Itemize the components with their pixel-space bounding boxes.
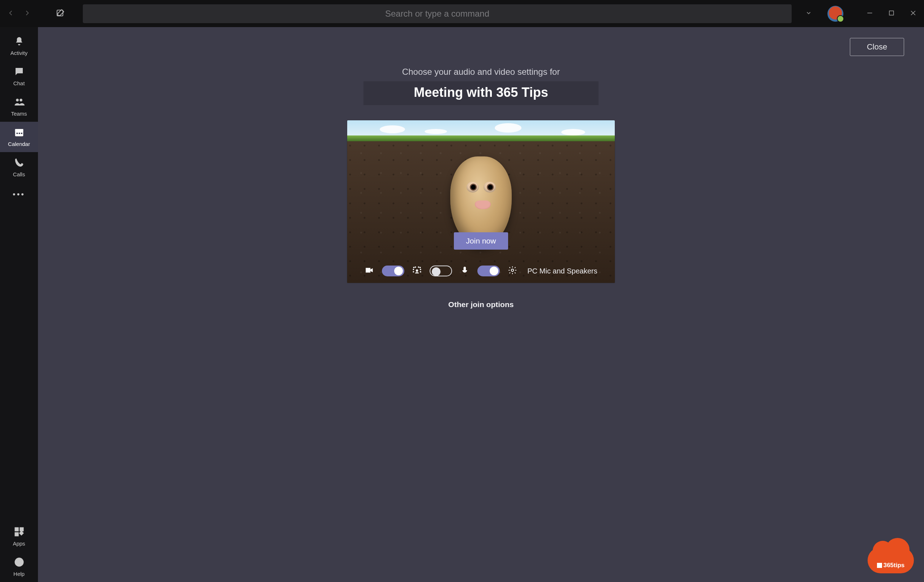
rail-label: Calls <box>13 171 25 178</box>
svg-rect-10 <box>18 133 20 134</box>
apps-icon <box>14 526 25 538</box>
blur-toggle[interactable] <box>430 266 452 276</box>
potato-eye-right <box>483 182 496 192</box>
nav-arrows <box>7 9 31 18</box>
prejoin-subtitle: Choose your audio and video settings for <box>402 67 560 77</box>
rail-label: Chat <box>13 80 25 86</box>
calendar-icon <box>14 127 25 139</box>
search-input[interactable]: Search or type a command <box>83 4 792 23</box>
device-label[interactable]: PC Mic and Speakers <box>527 267 597 275</box>
rail-teams[interactable]: Teams <box>0 91 38 122</box>
svg-point-25 <box>420 271 421 272</box>
rail-label: Teams <box>11 110 27 117</box>
teams-icon <box>14 97 25 109</box>
potato-mouth <box>475 201 491 209</box>
potato-eye-left <box>467 182 479 192</box>
svg-point-6 <box>20 99 22 102</box>
close-window-button[interactable] <box>909 9 917 18</box>
video-preview: Join now <box>347 120 615 283</box>
phone-icon <box>14 157 25 169</box>
svg-rect-13 <box>20 528 23 531</box>
prejoin-panel: Close Choose your audio and video settin… <box>38 27 924 582</box>
svg-point-17 <box>416 270 418 272</box>
svg-point-19 <box>415 266 416 267</box>
window-controls <box>866 9 917 18</box>
svg-rect-2 <box>889 11 894 15</box>
rail-label: Calendar <box>8 141 30 147</box>
meeting-title: Meeting with 365 Tips <box>363 81 599 105</box>
bell-icon <box>14 36 25 48</box>
other-join-options: Other join options <box>449 300 514 309</box>
titlebar: Search or type a command <box>0 0 924 27</box>
app-rail: Activity Chat Teams Calendar Calls ••• A… <box>0 27 38 582</box>
svg-point-16 <box>18 564 20 565</box>
rail-calls[interactable]: Calls <box>0 152 38 182</box>
watermark: 365tips <box>868 547 914 573</box>
watermark-text: 365tips <box>868 562 914 569</box>
background-blur-icon <box>412 266 422 276</box>
close-button[interactable]: Close <box>850 38 904 56</box>
camera-toggle[interactable] <box>382 266 404 276</box>
mic-toggle[interactable] <box>477 266 500 276</box>
back-button[interactable] <box>7 9 15 18</box>
profile-avatar[interactable] <box>827 6 843 22</box>
svg-rect-12 <box>15 528 18 531</box>
svg-point-18 <box>414 267 414 268</box>
svg-point-23 <box>420 269 421 270</box>
help-icon <box>14 557 25 569</box>
svg-point-5 <box>16 99 19 102</box>
microphone-icon <box>460 266 469 276</box>
device-settings-button[interactable] <box>508 266 517 276</box>
svg-point-27 <box>512 269 514 272</box>
prejoin-controls: PC Mic and Speakers <box>347 266 615 276</box>
search-dropdown[interactable] <box>805 10 812 18</box>
rail-more[interactable]: ••• <box>13 182 25 206</box>
rail-activity[interactable]: Activity <box>0 31 38 61</box>
svg-point-24 <box>413 271 414 272</box>
rail-chat[interactable]: Chat <box>0 61 38 91</box>
rail-calendar[interactable]: Calendar <box>0 122 38 152</box>
svg-point-20 <box>418 266 419 267</box>
chat-icon <box>14 66 25 78</box>
svg-rect-14 <box>15 533 18 536</box>
forward-button[interactable] <box>23 9 31 18</box>
rail-label: Help <box>13 571 25 577</box>
svg-rect-9 <box>16 133 18 134</box>
svg-point-21 <box>420 267 421 268</box>
svg-point-22 <box>413 269 414 270</box>
rail-label: Activity <box>10 50 28 56</box>
rail-help[interactable]: Help <box>0 552 38 582</box>
compose-button[interactable] <box>55 8 66 20</box>
rail-label: Apps <box>13 541 25 547</box>
join-now-button[interactable]: Join now <box>454 232 508 250</box>
minimize-button[interactable] <box>866 9 873 18</box>
rail-apps[interactable]: Apps <box>0 521 38 552</box>
maximize-button[interactable] <box>888 9 895 18</box>
cloud-icon <box>868 547 914 573</box>
camera-icon <box>365 266 374 276</box>
svg-rect-8 <box>15 129 23 131</box>
svg-rect-11 <box>21 133 22 134</box>
